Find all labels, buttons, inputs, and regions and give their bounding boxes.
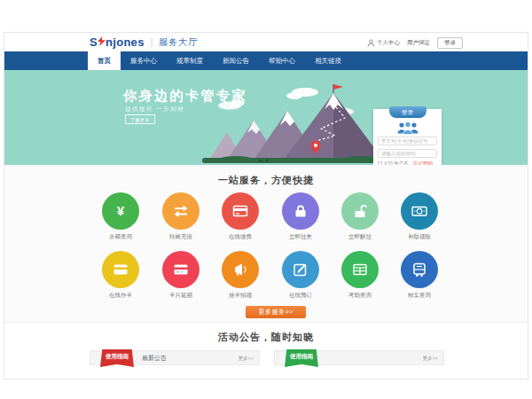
service-label: 在线办卡	[94, 292, 147, 300]
person-icon	[367, 39, 375, 47]
logo-divider: |	[151, 37, 153, 47]
service-label: 校车查询	[393, 292, 446, 300]
svg-text:¥: ¥	[117, 203, 125, 218]
nav-item-news[interactable]: 新闻公告	[213, 51, 259, 70]
service-label: 补助领取	[393, 233, 446, 241]
service-apply-card[interactable]: 在线办卡	[94, 251, 147, 300]
announcements-heading: 活动公告，随时知晓	[4, 331, 528, 344]
personal-center-link[interactable]: 个人中心	[367, 39, 400, 47]
logo-text-suffix: njones	[106, 35, 145, 49]
service-lost-found[interactable]: 拾卡招领	[214, 251, 267, 300]
more-services-button[interactable]: 更多服务>>	[246, 306, 306, 318]
usage-guide-ribbon-red[interactable]: 使用指南	[100, 349, 134, 367]
latest-announcements-tab[interactable]: 最新公告	[142, 351, 167, 365]
user-binding-link[interactable]: 用户绑定	[407, 39, 430, 47]
edit-icon	[293, 262, 309, 278]
service-transfer-recharge[interactable]: 转账充值	[154, 192, 207, 241]
user-binding-label: 用户绑定	[407, 39, 430, 47]
service-label: 余额查询	[94, 233, 147, 241]
card-stripe-icon	[173, 262, 189, 278]
service-label: 卡片延期	[154, 292, 207, 300]
top-bar: S njones | 服务大厅 个人中心 用户绑定 登录	[4, 33, 528, 51]
service-label: 在线预订	[274, 292, 327, 300]
brand-logo[interactable]: S njones | 服务大厅	[90, 35, 198, 49]
bus-circle	[401, 251, 438, 288]
more-link-right[interactable]: 更多>>	[423, 351, 438, 365]
service-balance-query[interactable]: ¥ 余额查询	[94, 192, 147, 241]
service-cancel-loss[interactable]: 立即解挂	[333, 192, 387, 241]
service-school-bus-query[interactable]: 校车查询	[393, 251, 446, 300]
announcement-panel-right: 使用指南 更多>>	[274, 350, 444, 365]
card-extension-circle	[162, 251, 200, 288]
service-label: 立即解挂	[333, 233, 387, 241]
service-label: 考勤查询	[333, 292, 387, 300]
login-tab[interactable]: 登录	[389, 106, 426, 118]
lost-found-circle	[222, 251, 259, 288]
more-link-left[interactable]: 更多>>	[239, 351, 254, 365]
logo-lightning-icon	[98, 36, 106, 46]
payment-circle	[222, 192, 259, 230]
yuan-icon: ¥	[113, 203, 129, 219]
transfer-circle	[162, 192, 200, 230]
topbar-login-button[interactable]: 登录	[437, 37, 463, 49]
site-frame: S njones | 服务大厅 个人中心 用户绑定 登录 首页 服务中心 规章制…	[4, 32, 528, 379]
nav-item-links[interactable]: 相关链接	[305, 51, 351, 70]
service-label: 拾卡招领	[214, 292, 267, 300]
main-nav: 首页 服务中心 规章制度 新闻公告 帮助中心 相关链接	[4, 51, 528, 70]
service-subsidy[interactable]: 补助领取	[393, 192, 446, 241]
service-label: 立即挂失	[274, 233, 327, 241]
hero-banner: 你身边的卡管专家 提供捷径 一步到校 了解更多	[4, 70, 528, 165]
usage-guide-ribbon-green[interactable]: 使用指南	[285, 349, 318, 367]
services-heading: 一站服务，方便快捷	[4, 174, 528, 187]
lock-circle	[282, 192, 319, 230]
top-right-links: 个人中心 用户绑定 登录	[367, 37, 463, 49]
lock-open-icon	[352, 203, 368, 219]
bank-card-icon	[232, 203, 248, 219]
nav-item-rules[interactable]: 规章制度	[167, 51, 213, 70]
table-list-icon	[352, 262, 368, 278]
logo-text-prefix: S	[90, 35, 98, 49]
announcement-panel-left: 使用指南 最新公告 更多>>	[90, 350, 260, 365]
subsidy-circle	[401, 192, 438, 230]
hero-cta-button[interactable]: 了解更多	[125, 114, 155, 124]
unlock-circle	[341, 192, 379, 230]
attendance-circle	[341, 251, 379, 288]
service-attendance-query[interactable]: 考勤查询	[333, 251, 387, 300]
service-label: 在线缴费	[214, 233, 267, 241]
username-input[interactable]	[378, 137, 437, 145]
users-icon	[396, 121, 419, 135]
booking-circle	[282, 251, 319, 288]
transfer-arrows-icon	[173, 203, 189, 219]
nav-item-home[interactable]: 首页	[88, 51, 121, 70]
service-card-extension[interactable]: 卡片延期	[154, 251, 207, 300]
card-icon	[113, 262, 129, 278]
site-name: 服务大厅	[159, 36, 198, 49]
bus-icon	[411, 262, 427, 278]
service-label: 转账充值	[154, 233, 207, 241]
service-online-booking[interactable]: 在线预订	[274, 251, 327, 300]
hero-subtitle: 提供捷径 一步到校	[125, 106, 184, 113]
services-section: 一站服务，方便快捷 ¥ 余额查询 转账充值	[4, 165, 528, 323]
apply-card-circle	[102, 251, 139, 288]
password-input[interactable]	[378, 149, 437, 158]
megaphone-icon	[232, 262, 248, 278]
personal-center-label: 个人中心	[377, 39, 400, 47]
banknote-icon	[411, 203, 427, 219]
lock-closed-icon	[293, 203, 309, 219]
announcements-section: 活动公告，随时知晓 使用指南 最新公告 更多>> 使用指南 更多>>	[4, 323, 528, 379]
nav-item-help-center[interactable]: 帮助中心	[259, 51, 305, 70]
balance-circle: ¥	[102, 192, 139, 230]
nav-item-service-center[interactable]: 服务中心	[121, 51, 167, 70]
mountain-illustration	[200, 81, 395, 165]
service-online-payment[interactable]: 在线缴费	[214, 192, 267, 241]
service-report-loss[interactable]: 立即挂失	[274, 192, 327, 241]
